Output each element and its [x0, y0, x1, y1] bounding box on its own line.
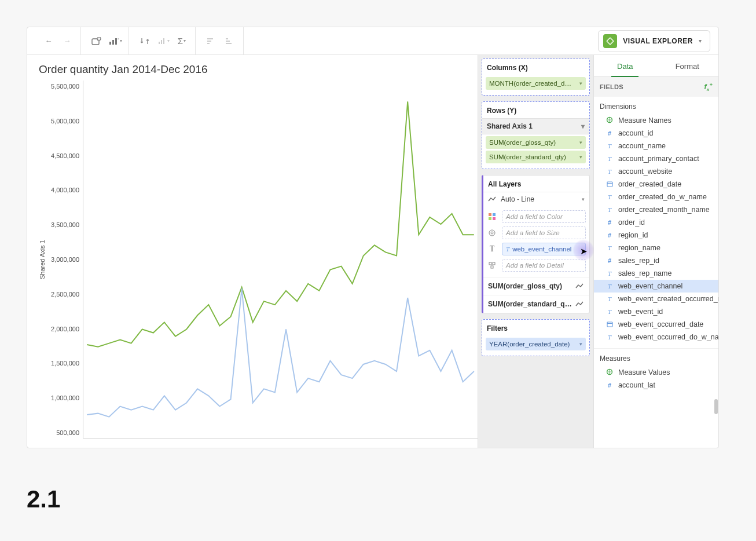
svg-rect-28 — [607, 322, 612, 327]
field-sales-rep-name[interactable]: Tsales_rep_name — [594, 267, 718, 280]
shared-axis-header[interactable]: Shared Axis 1▾ — [482, 118, 589, 134]
dimensions-header: Dimensions — [594, 97, 718, 114]
field-region-name[interactable]: Tregion_name — [594, 242, 718, 254]
field-measure-values[interactable]: Measure Values — [594, 366, 718, 379]
svg-rect-9 — [163, 38, 164, 44]
svg-rect-8 — [161, 40, 162, 44]
svg-rect-10 — [207, 38, 213, 39]
enc-detail[interactable]: Add a field to Detail — [483, 257, 589, 273]
layer-sum-0[interactable]: SUM(order_gloss_qty) — [483, 277, 589, 295]
field-order-created-month-name[interactable]: Torder_created_month_name — [594, 203, 718, 216]
rows-title: Rows (Y) — [482, 102, 589, 118]
y-axis-ticks: 5,500,0005,000,0004,500,0004,000,0003,50… — [47, 81, 83, 438]
layer-sum-1[interactable]: SUM(order_standard_q… — [483, 295, 589, 313]
tabbar: Data Format — [594, 55, 718, 77]
columns-shelf[interactable]: Columns (X) MONTH(order_created_d…▾ — [482, 59, 590, 96]
svg-rect-7 — [159, 42, 160, 44]
svg-text:×: × — [118, 37, 119, 41]
svg-rect-15 — [226, 43, 232, 44]
field-sales-rep-id[interactable]: #sales_rep_id — [594, 254, 718, 267]
field-web-event-channel[interactable]: Tweb_event_channel — [594, 280, 718, 293]
rows-shelf[interactable]: Rows (Y) Shared Axis 1▾ SUM(order_gloss_… — [482, 101, 590, 169]
svg-rect-14 — [226, 41, 230, 42]
field-account-primary-contact[interactable]: Taccount_primary_contact — [594, 152, 718, 165]
columns-pill[interactable]: MONTH(order_created_d…▾ — [486, 77, 586, 90]
brand-label: VISUAL EXPLORER — [623, 37, 693, 45]
svg-point-20 — [489, 230, 495, 236]
enc-text[interactable]: T Tweb_event_channel — [483, 241, 589, 257]
svg-rect-13 — [226, 38, 228, 39]
size-icon — [487, 228, 497, 238]
enc-size[interactable]: Add a field to Size — [483, 225, 589, 241]
field-web-event-occurred-do-w-name[interactable]: Tweb_event_occurred_do_w_name — [594, 331, 718, 343]
svg-rect-12 — [207, 43, 210, 44]
chart-type-icon[interactable]: ×▾ — [107, 33, 124, 49]
tab-format[interactable]: Format — [656, 55, 719, 76]
sort-desc-icon[interactable] — [221, 33, 238, 49]
brand-selector[interactable]: VISUAL EXPLORER ▾ — [598, 30, 710, 52]
back-button[interactable]: ← — [40, 33, 57, 49]
text-icon: T — [487, 244, 497, 254]
field-order-created-do-w-name[interactable]: Torder_created_do_w_name — [594, 191, 718, 203]
svg-rect-23 — [493, 262, 495, 265]
toolbar: ← → + ×▾ ▾ Σ▾ VISUAL EXPLORER ▾ — [27, 27, 718, 55]
enc-color[interactable]: Add a field to Color — [483, 209, 589, 225]
field-order-id[interactable]: #order_id — [594, 216, 718, 229]
filters-shelf[interactable]: Filters YEAR(order_created_date)▾ — [482, 319, 590, 356]
plot-area[interactable] — [83, 81, 478, 438]
row-pill-1[interactable]: SUM(order_standard_qty)▾ — [486, 151, 586, 163]
field-order-created-date[interactable]: order_created_date — [594, 178, 718, 191]
field-account-lat[interactable]: #account_lat — [594, 379, 718, 392]
svg-rect-17 — [493, 213, 496, 216]
fields-header: FIELDS fx+ — [594, 77, 718, 97]
enc-detail-drop[interactable]: Add a field to Detail — [502, 259, 586, 272]
field-web-event-occurred-date[interactable]: web_event_occurred_date — [594, 318, 718, 331]
svg-point-21 — [491, 232, 493, 234]
layers-title: All Layers — [483, 176, 589, 192]
svg-rect-16 — [489, 213, 491, 216]
field-web-event-id[interactable]: Tweb_event_id — [594, 305, 718, 318]
columns-title: Columns (X) — [482, 59, 589, 75]
field-account-name[interactable]: Taccount_name — [594, 140, 718, 152]
filters-title: Filters — [482, 320, 589, 336]
filter-pill[interactable]: YEAR(order_created_date)▾ — [486, 338, 586, 350]
field-list[interactable]: Dimensions Measure Names#account_idTacco… — [594, 97, 718, 448]
field-measure-names[interactable]: Measure Names — [594, 114, 718, 127]
svg-rect-24 — [491, 266, 493, 268]
add-viz-icon[interactable]: + — [88, 33, 105, 49]
detail-icon — [487, 260, 497, 270]
svg-rect-19 — [493, 217, 496, 220]
sigma-icon[interactable]: Σ▾ — [173, 33, 190, 49]
swap-icon[interactable] — [136, 33, 153, 49]
tab-data[interactable]: Data — [594, 55, 656, 76]
svg-rect-5 — [115, 38, 117, 45]
color-icon — [487, 211, 497, 222]
row-pill-0[interactable]: SUM(order_gloss_qty)▾ — [486, 136, 586, 149]
field-account-website[interactable]: Taccount_website — [594, 165, 718, 178]
config-panel: Columns (X) MONTH(order_created_d…▾ Rows… — [478, 55, 593, 448]
fit-icon[interactable]: ▾ — [155, 33, 172, 49]
svg-rect-26 — [607, 182, 612, 187]
measures-header: Measures — [594, 348, 718, 366]
chart-title: Order quantity Jan 2014-Dec 2016 — [39, 63, 478, 76]
svg-rect-11 — [207, 41, 211, 42]
enc-color-drop[interactable]: Add a field to Color — [502, 210, 586, 223]
field-account-id[interactable]: #account_id — [594, 127, 718, 140]
chart-area: Order quantity Jan 2014-Dec 2016 Shared … — [27, 55, 478, 448]
chevron-down-icon: ▾ — [699, 38, 702, 44]
svg-rect-3 — [109, 42, 111, 45]
field-region-id[interactable]: #region_id — [594, 229, 718, 242]
enc-size-drop[interactable]: Add a field to Size — [502, 226, 586, 239]
enc-text-drag[interactable]: Tweb_event_channel — [502, 243, 586, 255]
svg-rect-22 — [489, 262, 491, 265]
field-web-event-created-occurred-na-[interactable]: Tweb_event_created_occurred_na… — [594, 293, 718, 305]
forward-button[interactable]: → — [58, 33, 76, 49]
svg-rect-18 — [489, 217, 491, 220]
scrollbar-thumb[interactable] — [714, 399, 718, 414]
sort-asc-icon[interactable] — [203, 33, 220, 49]
svg-rect-4 — [112, 40, 114, 45]
layers-shelf: All Layers Auto - Line ▾ Add a field to … — [482, 175, 590, 313]
mark-type-select[interactable]: Auto - Line ▾ — [483, 192, 589, 206]
brand-logo-icon — [603, 34, 617, 48]
fx-icon[interactable]: fx+ — [704, 82, 713, 92]
